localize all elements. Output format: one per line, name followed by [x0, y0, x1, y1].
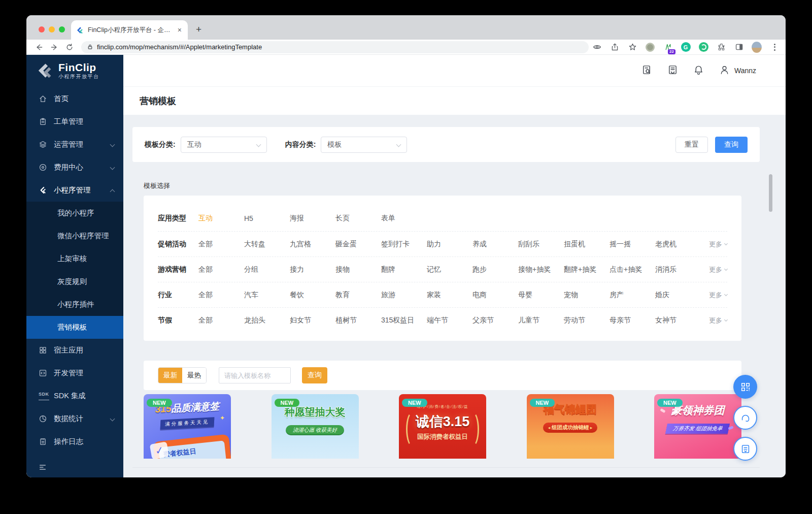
content-category-select[interactable]: 模板 [321, 137, 407, 153]
filter-option[interactable]: 女神节 [655, 316, 701, 325]
more-link[interactable]: 更多 [709, 265, 727, 274]
forward-icon[interactable] [48, 41, 61, 54]
share-icon[interactable] [610, 42, 620, 52]
sidebar-subitem-4[interactable]: 小程序插件 [26, 293, 123, 316]
extension-badge-icon[interactable]: 22 [663, 42, 673, 52]
filter-option[interactable]: 摇一摇 [610, 240, 655, 249]
notification-bell-icon[interactable] [693, 65, 704, 77]
browser-tab[interactable]: FinClip小程序开放平台 - 企业端 × [71, 20, 188, 40]
more-link[interactable]: 更多 [709, 316, 727, 325]
filter-option[interactable]: 婚庆 [655, 291, 701, 300]
grammarly-icon[interactable]: G [681, 42, 691, 52]
filter-option[interactable]: 海报 [290, 214, 335, 223]
address-bar[interactable]: finclip.com/mop/mechanism/#/Applet/marke… [81, 41, 589, 53]
preview-eye-icon[interactable] [592, 42, 602, 52]
more-link[interactable]: 更多 [709, 291, 727, 300]
filter-option[interactable]: 母亲节 [610, 316, 655, 325]
sidebar-item-2[interactable]: 运营管理 [26, 133, 123, 156]
sort-newest-button[interactable]: 最新 [158, 368, 182, 383]
filter-option[interactable]: 植树节 [335, 316, 381, 325]
filter-option[interactable]: 儿童节 [518, 316, 564, 325]
sidebar-subitem-5[interactable]: 营销模板 [26, 316, 123, 339]
filter-option[interactable]: 315权益日 [381, 316, 427, 325]
extensions-puzzle-icon[interactable] [716, 42, 726, 52]
filter-option[interactable]: 教育 [335, 291, 381, 300]
sidebar-subitem-3[interactable]: 灰度规则 [26, 270, 123, 293]
sidebar-item-8[interactable]: 数据统计 [26, 407, 123, 430]
filter-option[interactable]: 全部 [198, 291, 244, 300]
close-window-button[interactable] [39, 26, 45, 33]
filter-option[interactable]: 翻牌 [381, 265, 427, 274]
qr-code-fab-button[interactable] [733, 375, 757, 399]
reload-icon[interactable] [63, 41, 76, 54]
filter-option[interactable]: 刮刮乐 [518, 240, 564, 249]
template-card-315-integrity[interactable]: NEW 维/护/消/费/者/合/法/权/益 诚信3.15 国际消费者权益日 [399, 394, 486, 459]
sidebar-item-6[interactable]: 开发管理 [26, 362, 123, 384]
doc-search-icon[interactable] [641, 65, 652, 77]
filter-option[interactable]: 接物+抽奖 [518, 265, 564, 274]
filter-option[interactable]: 母婴 [518, 291, 564, 300]
sidebar-item-1[interactable]: 工单管理 [26, 110, 123, 133]
reset-button[interactable]: 重置 [675, 137, 708, 153]
tab-close-icon[interactable]: × [177, 26, 183, 34]
filter-option[interactable]: 端午节 [427, 316, 472, 325]
filter-option[interactable]: H5 [244, 214, 290, 222]
profile-avatar[interactable] [752, 42, 762, 52]
filter-option[interactable]: 家装 [427, 291, 472, 300]
filter-option[interactable]: 养成 [472, 240, 518, 249]
bookmark-star-icon[interactable] [627, 42, 637, 52]
filter-option[interactable]: 点击+抽奖 [610, 265, 655, 274]
document-fab-button[interactable] [733, 437, 757, 461]
filter-option[interactable]: 接力 [290, 265, 335, 274]
template-card-315-quality[interactable]: NEW 315品质满意签 满分服务天天见 ✦ 费者权益日 ✓ [144, 394, 231, 459]
sidebar-subitem-0[interactable]: 我的小程序 [26, 202, 123, 224]
template-category-select[interactable]: 互动 [181, 137, 267, 153]
filter-option[interactable]: 互动 [198, 214, 244, 223]
filter-option[interactable]: 妇女节 [290, 316, 335, 325]
maximize-window-button[interactable] [59, 26, 65, 33]
filter-option[interactable]: 分组 [244, 265, 290, 274]
vertical-scrollbar[interactable] [769, 174, 772, 212]
filter-option[interactable]: 全部 [198, 240, 244, 249]
sidebar-subitem-2[interactable]: 上架审核 [26, 247, 123, 270]
sidebar-item-0[interactable]: 首页 [26, 87, 123, 110]
sidebar-item-7[interactable]: SDKSDK 集成 [26, 384, 123, 407]
filter-option[interactable]: 老虎机 [655, 240, 701, 249]
filter-option[interactable]: 汽车 [244, 291, 290, 300]
sync-extension-icon[interactable] [698, 42, 708, 52]
filter-option[interactable]: 电商 [472, 291, 518, 300]
template-card-coupon-group[interactable]: NEW 豪领神券团 万券齐发 组团抽免单 [654, 394, 741, 459]
extension-avatar-icon[interactable] [645, 42, 655, 52]
sidebar-subitem-1[interactable]: 微信小程序管理 [26, 224, 123, 247]
filter-option[interactable]: 九宫格 [290, 240, 335, 249]
filter-option[interactable]: 消消乐 [655, 265, 701, 274]
back-icon[interactable] [32, 41, 46, 54]
filter-option[interactable]: 龙抬头 [244, 316, 290, 325]
filter-option[interactable]: 全部 [198, 316, 244, 325]
minimize-window-button[interactable] [49, 26, 55, 33]
filter-option[interactable]: 跑步 [472, 265, 518, 274]
filter-option[interactable]: 宠物 [564, 291, 610, 300]
sidebar-item-5[interactable]: 宿主应用 [26, 339, 123, 362]
filter-option[interactable]: 房产 [610, 291, 655, 300]
sidebar-item-9[interactable]: 操作日志 [26, 430, 123, 453]
filter-option[interactable]: 翻牌+抽奖 [564, 265, 610, 274]
filter-option[interactable]: 记忆 [427, 265, 472, 274]
side-panel-icon[interactable] [734, 42, 744, 52]
more-link[interactable]: 更多 [709, 240, 727, 249]
filter-option[interactable]: 父亲节 [472, 316, 518, 325]
filter-option[interactable]: 扭蛋机 [564, 240, 610, 249]
template-card-wish-draw[interactable]: NEW 种愿望抽大奖 浇灌心愿 收获美好 [272, 394, 359, 459]
collapse-sidebar-icon[interactable] [39, 463, 47, 471]
template-name-input[interactable] [219, 367, 291, 383]
filter-option[interactable]: 表单 [381, 214, 427, 223]
user-menu[interactable]: Wannz [719, 65, 756, 77]
browser-menu-icon[interactable] [769, 42, 780, 52]
filter-option[interactable]: 签到打卡 [381, 240, 427, 249]
filter-option[interactable]: 劳动节 [564, 316, 610, 325]
filter-option[interactable]: 餐饮 [290, 291, 335, 300]
filter-option[interactable]: 大转盘 [244, 240, 290, 249]
doc-list-icon[interactable] [667, 65, 678, 77]
query-button[interactable]: 查询 [715, 137, 748, 153]
filter-option[interactable]: 接物 [335, 265, 381, 274]
